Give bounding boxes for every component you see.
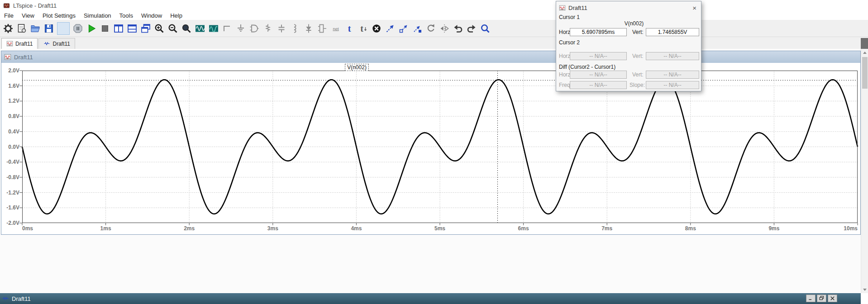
rotate-icon[interactable]: [424, 22, 438, 35]
close-button[interactable]: [828, 294, 837, 302]
cursor-panel-titlebar[interactable]: Draft11 ×: [556, 1, 701, 13]
new-schematic-icon[interactable]: [15, 22, 29, 35]
zoom-out-icon[interactable]: [166, 22, 180, 35]
search-icon[interactable]: [478, 22, 492, 35]
duplicate-icon[interactable]: [410, 22, 424, 35]
cursor1-vert-value[interactable]: 1.7465855V: [646, 28, 699, 36]
text-icon[interactable]: t: [343, 22, 356, 35]
scroll-corner-block: [861, 38, 868, 49]
schematic-tab-icon: [43, 40, 50, 47]
capacitor-icon[interactable]: [275, 22, 288, 35]
net-label-icon[interactable]: net: [329, 22, 343, 35]
toolbar: nettt: [0, 20, 868, 37]
tile-vertical-icon[interactable]: [112, 22, 125, 35]
x-tick-label: 1ms: [100, 225, 111, 232]
vertical-scrollbar[interactable]: [861, 49, 868, 293]
cascade-icon[interactable]: [139, 22, 153, 35]
empty-slot-icon[interactable]: [57, 22, 70, 35]
redo-icon[interactable]: [465, 22, 478, 35]
wire-icon[interactable]: [220, 22, 234, 35]
x-tick-label: 2ms: [184, 225, 195, 232]
pan-view-icon[interactable]: [207, 22, 220, 35]
tab-bar: Draft11Draft11: [0, 37, 868, 49]
x-tick-label: 6ms: [518, 225, 529, 232]
undo-icon[interactable]: [451, 22, 465, 35]
gate-icon[interactable]: [315, 22, 329, 35]
freq-value: -- N/A--: [570, 81, 627, 89]
slope-label: Slope:: [630, 82, 645, 88]
zoom-full-icon[interactable]: [180, 22, 193, 35]
y-tick-label: 1.6V: [1, 83, 19, 89]
pause-icon[interactable]: [71, 22, 85, 35]
inductor-icon[interactable]: [288, 22, 302, 35]
y-tick-label: 2.0V: [1, 67, 19, 74]
tab-draft11-schematic[interactable]: Draft11: [38, 38, 75, 49]
x-tick-label: 5ms: [434, 225, 445, 232]
zoom-in-icon[interactable]: [153, 22, 166, 35]
restore-button[interactable]: [817, 294, 826, 302]
menu-view[interactable]: View: [18, 11, 38, 20]
schematic-window-title: Draft11: [12, 295, 31, 302]
move-icon[interactable]: [383, 22, 397, 35]
window-title: LTspice - Draft11: [13, 2, 57, 9]
svg-text:net: net: [333, 26, 339, 31]
waveform-plot[interactable]: [22, 71, 858, 223]
y-tick-label: 0.0V: [1, 144, 19, 150]
delete-icon[interactable]: [370, 22, 383, 35]
cursor-panel-title: Draft11: [568, 5, 587, 11]
cursor1-trace-name: V(n002): [570, 20, 698, 27]
minimize-button[interactable]: [806, 294, 816, 302]
app-titlebar[interactable]: LTspice - Draft11: [0, 0, 868, 11]
cursor2-horz-value: -- N/A--: [570, 52, 627, 60]
menu-window[interactable]: Window: [137, 11, 166, 20]
save-icon[interactable]: [42, 22, 56, 35]
scrollbar-up-arrow-icon[interactable]: [861, 49, 868, 56]
diff-vert-label: Vert:: [632, 71, 644, 78]
menu-tools[interactable]: Tools: [115, 11, 137, 20]
diff-vert-value: -- N/A--: [646, 71, 699, 79]
waveform-window-titlebar[interactable]: Draft11: [1, 51, 860, 63]
cursor1-horz-value[interactable]: 5.6907895ms: [570, 28, 627, 36]
autoscale-icon[interactable]: [193, 22, 207, 35]
plot-area[interactable]: [22, 71, 858, 223]
diff-section-label: Diff (Cursor2 - Cursor1): [559, 64, 615, 70]
x-tick-label: 8ms: [685, 225, 696, 232]
cursor1-section-label: Cursor 1: [559, 14, 580, 20]
cursor-panel[interactable]: Draft11 × Cursor 1 V(n002) Horz: 5.69078…: [556, 1, 701, 91]
tab-label: Draft11: [15, 41, 33, 47]
cursor2-section-label: Cursor 2: [559, 39, 580, 46]
spice-directive-icon[interactable]: t: [356, 22, 370, 35]
control-panel-icon[interactable]: [1, 22, 15, 35]
resistor-icon[interactable]: [261, 22, 275, 35]
scrollbar-down-arrow-icon[interactable]: [861, 286, 868, 293]
ground-icon[interactable]: [234, 22, 248, 35]
waveform-window-icon: [4, 53, 11, 61]
halt-icon[interactable]: [98, 22, 112, 35]
tab-draft11-waveform[interactable]: Draft11: [1, 38, 38, 49]
component-icon[interactable]: [248, 22, 261, 35]
x-tick-label: 10ms: [844, 225, 858, 232]
schematic-window-titlebar[interactable]: Draft11: [0, 293, 861, 304]
ltspice-app-icon: [3, 2, 10, 10]
menu-help[interactable]: Help: [166, 11, 186, 20]
menu-plot-settings[interactable]: Plot Settings: [38, 11, 80, 20]
scrollbar-thumb[interactable]: [862, 57, 868, 89]
diode-icon[interactable]: [302, 22, 315, 35]
menu-file[interactable]: File: [0, 11, 18, 20]
mdi-client-area: Draft11 V(n002) 2.0V1.6V1.2V0.8V0.4V0.0V…: [0, 49, 861, 293]
trace-label[interactable]: V(n002): [345, 64, 369, 71]
run-icon[interactable]: [85, 22, 98, 35]
slope-value: -- N/A--: [646, 81, 699, 89]
open-icon[interactable]: [29, 22, 42, 35]
y-tick-label: 1.2V: [1, 98, 19, 104]
y-tick-label: -1.6V: [1, 204, 19, 211]
x-tick-label: 0ms: [22, 225, 33, 232]
drag-icon[interactable]: [397, 22, 410, 35]
close-icon[interactable]: ×: [691, 5, 698, 11]
menu-simulation[interactable]: Simulation: [80, 11, 115, 20]
tile-horizontal-icon[interactable]: [125, 22, 139, 35]
scrollbar-bottom-corner: [861, 293, 868, 304]
window-controls: [806, 294, 837, 302]
mirror-icon[interactable]: [438, 22, 451, 35]
cursor1-vert-label: Vert:: [632, 29, 644, 35]
